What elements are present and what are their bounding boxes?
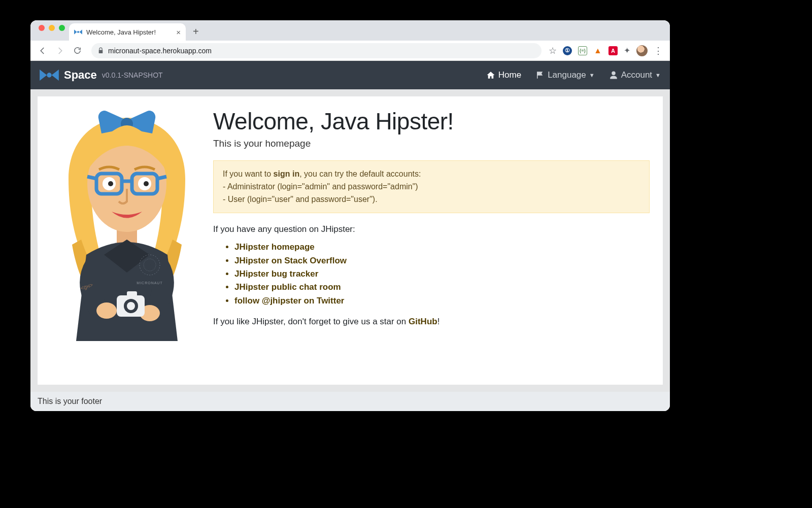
app-navbar: Space v0.0.1-SNAPSHOT Home Language ▼ xyxy=(30,61,670,89)
browser-tab[interactable]: Welcome, Java Hipster! × xyxy=(69,23,186,41)
signin-link[interactable]: sign in xyxy=(274,170,300,178)
angular-extension-icon[interactable]: A xyxy=(608,46,618,55)
svg-point-10 xyxy=(144,181,149,186)
svg-point-1 xyxy=(47,73,51,77)
tab-title: Welcome, Java Hipster! xyxy=(86,28,156,36)
extension-icons: ☆ ① {=} ▲ A ✦ ⋮ xyxy=(549,45,665,56)
profile-avatar-icon[interactable] xyxy=(636,45,648,56)
nav-home[interactable]: Home xyxy=(486,70,521,80)
help-links: JHipster homepage JHipster on Stack Over… xyxy=(213,241,650,308)
svg-rect-16 xyxy=(127,291,137,296)
page-footer: This is your footer xyxy=(30,392,670,411)
nav-account[interactable]: Account ▼ xyxy=(609,70,661,80)
alert-line-user: - User (login="user" and password="user"… xyxy=(223,195,378,204)
tab-close-icon[interactable]: × xyxy=(176,28,181,37)
link-bugtracker[interactable]: JHipster bug tracker xyxy=(234,267,650,281)
chevron-down-icon: ▼ xyxy=(655,72,661,78)
signin-alert: If you want to sign in, you can try the … xyxy=(213,160,650,213)
svg-point-0 xyxy=(77,31,79,33)
star-icon[interactable]: ☆ xyxy=(549,45,557,56)
github-star-text: If you like JHipster, don't forget to gi… xyxy=(213,317,650,327)
lock-icon xyxy=(97,47,104,54)
extensions-puzzle-icon[interactable]: ✦ xyxy=(624,46,630,55)
back-button[interactable] xyxy=(36,44,50,58)
user-icon xyxy=(609,71,618,80)
brand-version: v0.0.1-SNAPSHOT xyxy=(102,71,163,79)
nav-home-label: Home xyxy=(498,70,521,80)
browser-tabstrip: Welcome, Java Hipster! × + xyxy=(30,20,670,41)
browser-menu-icon[interactable]: ⋮ xyxy=(654,45,663,56)
alert-line-admin: - Administrator (login="admin" and passw… xyxy=(223,182,418,191)
onepassword-extension-icon[interactable]: ① xyxy=(563,46,572,55)
star-post: ! xyxy=(437,317,440,326)
nav-account-label: Account xyxy=(621,70,652,80)
page-title: Welcome, Java Hipster! xyxy=(213,108,650,135)
page-lead: This is your homepage xyxy=(213,138,650,149)
reload-button[interactable] xyxy=(70,44,84,58)
page-body: <gн> MICRONAUT Welcome, Java Hipster! Th… xyxy=(30,89,670,411)
alert-text-pre: If you want to xyxy=(223,170,274,178)
svg-point-8 xyxy=(108,181,113,186)
forward-button[interactable] xyxy=(53,44,67,58)
lighthouse-extension-icon[interactable]: ▲ xyxy=(593,46,602,55)
home-card: <gн> MICRONAUT Welcome, Java Hipster! Th… xyxy=(38,96,663,385)
window-minimize-button[interactable] xyxy=(49,25,55,31)
svg-point-15 xyxy=(127,302,135,310)
new-tab-button[interactable]: + xyxy=(186,26,206,41)
bowtie-favicon-icon xyxy=(74,29,82,35)
browser-toolbar: micronaut-space.herokuapp.com ☆ ① {=} ▲ … xyxy=(30,41,670,61)
svg-point-11 xyxy=(96,302,117,319)
question-text: If you have any question on JHipster: xyxy=(213,224,650,234)
window-maximize-button[interactable] xyxy=(59,25,65,31)
bowtie-logo-icon xyxy=(40,70,59,81)
url-text: micronaut-space.herokuapp.com xyxy=(108,47,212,55)
nav-language[interactable]: Language ▼ xyxy=(535,70,595,80)
flag-icon xyxy=(535,71,545,80)
home-icon xyxy=(486,71,495,80)
brand-name: Space xyxy=(64,69,97,82)
mascot-image: <gн> MICRONAUT xyxy=(51,108,203,371)
json-extension-icon[interactable]: {=} xyxy=(578,46,587,55)
window-close-button[interactable] xyxy=(39,25,45,31)
address-bar[interactable]: micronaut-space.herokuapp.com xyxy=(91,43,542,58)
svg-text:MICRONAUT: MICRONAUT xyxy=(137,281,162,285)
github-link[interactable]: GitHub xyxy=(409,317,437,326)
chevron-down-icon: ▼ xyxy=(589,72,595,78)
link-homepage[interactable]: JHipster homepage xyxy=(234,241,650,254)
star-pre: If you like JHipster, don't forget to gi… xyxy=(213,317,409,326)
window-controls xyxy=(36,25,69,36)
brand[interactable]: Space v0.0.1-SNAPSHOT xyxy=(40,69,163,82)
nav-language-label: Language xyxy=(548,70,586,80)
link-twitter[interactable]: follow @jhipster on Twitter xyxy=(234,294,650,308)
browser-window: Welcome, Java Hipster! × + micronaut-spa… xyxy=(30,20,670,411)
alert-text-post: , you can try the default accounts: xyxy=(299,170,421,178)
link-chat[interactable]: JHipster public chat room xyxy=(234,281,650,294)
link-stackoverflow[interactable]: JHipster on Stack Overflow xyxy=(234,254,650,267)
main-content: Welcome, Java Hipster! This is your home… xyxy=(213,108,650,371)
